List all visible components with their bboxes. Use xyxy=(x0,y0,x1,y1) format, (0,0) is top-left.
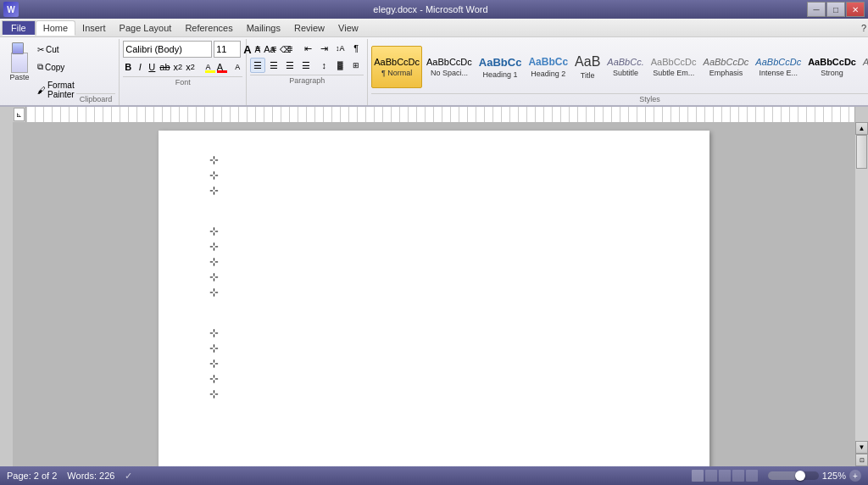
clipboard-options: ✂Cut ⧉Copy 🖌Format Painter xyxy=(32,41,76,103)
font-section: A A Aa ⌫ B I U ab x2 x2 A A xyxy=(120,39,247,105)
doc-line-7: ⊹ xyxy=(209,269,659,284)
ribbon: Paste ✂Cut ⧉Copy 🖌Format Painter Clipboa… xyxy=(0,37,868,107)
borders-button[interactable]: ⊞ xyxy=(348,58,364,73)
outline-button[interactable] xyxy=(732,470,744,482)
text-effects-button[interactable]: A xyxy=(232,59,242,75)
ruler-left-margin xyxy=(0,107,13,122)
page-info: Page: 2 of 2 xyxy=(7,471,57,482)
zoom-level: 125% xyxy=(822,471,846,481)
menu-view[interactable]: View xyxy=(331,21,365,35)
style-quote[interactable]: AaBbCcDc Quote xyxy=(860,46,868,88)
style-strong[interactable]: AaBbCcDc Strong xyxy=(805,46,859,88)
doc-line-13: ⊹ xyxy=(209,386,659,401)
font-name-input[interactable] xyxy=(123,41,212,58)
style-subtitle[interactable]: AaBbCc. Subtitle xyxy=(604,46,646,88)
style-intense-e[interactable]: AaBbCcDc Intense E... xyxy=(753,46,804,88)
doc-line-5: ⊹ xyxy=(209,238,659,254)
style-emphasis[interactable]: AaBbCcDc Emphasis xyxy=(701,46,752,88)
scroll-down-button[interactable]: ▼ xyxy=(855,441,868,454)
menu-insert[interactable]: Insert xyxy=(75,21,113,35)
zoom-thumb[interactable] xyxy=(795,471,805,481)
multilevel-button[interactable]: ≡ xyxy=(282,41,298,56)
doc-line-6: ⊹ xyxy=(209,254,659,269)
justify-button[interactable]: ☰ xyxy=(298,58,314,73)
document-page: ⊹ ⊹ ⊹ ⊹ ⊹ ⊹ ⊹ ⊹ ⊹ xyxy=(159,131,709,466)
full-screen-button[interactable] xyxy=(705,470,717,482)
status-info: Page: 2 of 2 Words: 226 ✓ xyxy=(7,471,132,482)
decrease-indent-button[interactable]: ⇤ xyxy=(300,41,315,56)
italic-button[interactable]: I xyxy=(135,59,145,75)
minimize-button[interactable]: ─ xyxy=(807,2,826,17)
style-heading1[interactable]: AaBbCc Heading 1 xyxy=(476,46,525,88)
document-scroll[interactable]: ⊹ ⊹ ⊹ ⊹ ⊹ ⊹ ⊹ ⊹ ⊹ xyxy=(13,122,855,466)
doc-line-3: ⊹ xyxy=(209,182,659,198)
print-layout-button[interactable] xyxy=(692,470,704,482)
help-icon[interactable]: ? xyxy=(861,23,866,33)
underline-button[interactable]: U xyxy=(147,59,157,75)
menu-file[interactable]: File xyxy=(2,20,36,36)
subscript-button[interactable]: x2 xyxy=(173,59,184,75)
show-marks-button[interactable]: ¶ xyxy=(348,41,364,56)
zoom-in-button[interactable]: + xyxy=(849,470,861,482)
status-controls: 125% + xyxy=(692,470,861,482)
window-controls: ─ □ ✕ xyxy=(807,2,865,17)
menu-review[interactable]: Review xyxy=(287,21,331,35)
align-left-button[interactable]: ☰ xyxy=(250,58,265,73)
line-spacing-button[interactable]: ↕ xyxy=(316,58,331,73)
align-center-button[interactable]: ☰ xyxy=(266,58,281,73)
style-heading2[interactable]: AaBbCc Heading 2 xyxy=(526,46,570,88)
font-section-label: Font xyxy=(123,76,242,86)
ruler-right xyxy=(855,107,868,122)
web-layout-button[interactable] xyxy=(719,470,731,482)
numbering-button[interactable]: ≡ xyxy=(266,41,281,56)
format-painter-button[interactable]: 🖌Format Painter xyxy=(36,80,76,100)
style-no-spacing[interactable]: AaBbCcDc No Spaci... xyxy=(424,46,475,88)
draft-button[interactable] xyxy=(746,470,758,482)
ruler: ⊾ xyxy=(0,107,868,122)
font-color-button[interactable]: A xyxy=(214,59,225,75)
strikethrough-button[interactable]: ab xyxy=(159,59,170,75)
bold-button[interactable]: B xyxy=(123,59,133,75)
style-normal[interactable]: AaBbCcDc ¶ Normal xyxy=(371,46,422,88)
menu-page-layout[interactable]: Page Layout xyxy=(113,21,179,35)
superscript-button[interactable]: x2 xyxy=(185,59,196,75)
scroll-up-button[interactable]: ▲ xyxy=(855,122,868,135)
font-size-input[interactable] xyxy=(214,41,241,58)
spelling-icon[interactable]: ✓ xyxy=(125,471,132,482)
title-bar: W elegy.docx - Microsoft Word ─ □ ✕ xyxy=(0,0,868,19)
status-bar: Page: 2 of 2 Words: 226 ✓ 125% + xyxy=(0,466,868,485)
bullets-button[interactable]: ≡ xyxy=(250,41,265,56)
view-mode-button[interactable]: ⊡ xyxy=(855,454,868,466)
copy-button[interactable]: ⧉Copy xyxy=(36,61,76,73)
menu-home[interactable]: Home xyxy=(36,20,75,36)
doc-line-1: ⊹ xyxy=(209,152,659,167)
left-margin xyxy=(0,122,13,466)
align-right-button[interactable]: ☰ xyxy=(282,58,298,73)
paste-button[interactable]: Paste xyxy=(7,41,32,83)
word-count: Words: 226 xyxy=(67,471,114,482)
ruler-corner: ⊾ xyxy=(13,107,25,122)
close-button[interactable]: ✕ xyxy=(846,2,865,17)
zoom-controls: 125% + xyxy=(768,470,861,482)
shading-button[interactable]: ▓ xyxy=(332,58,348,73)
menu-bar: File Home Insert Page Layout References … xyxy=(0,19,868,37)
document-area: ⊹ ⊹ ⊹ ⊹ ⊹ ⊹ ⊹ ⊹ ⊹ xyxy=(0,122,868,466)
doc-line-9: ⊹ xyxy=(209,325,659,340)
style-title[interactable]: AaB Title xyxy=(572,46,603,88)
text-highlight-button[interactable]: A xyxy=(203,59,213,75)
scroll-thumb[interactable] xyxy=(856,135,867,169)
scroll-track[interactable] xyxy=(855,135,868,441)
cut-button[interactable]: ✂Cut xyxy=(36,44,76,55)
sort-button[interactable]: ↕A xyxy=(332,41,348,56)
zoom-slider[interactable] xyxy=(768,471,819,480)
styles-label: Styles xyxy=(371,93,868,103)
style-subtle-em[interactable]: AaBbCcDc Subtle Em... xyxy=(648,46,699,88)
increase-indent-button[interactable]: ⇥ xyxy=(316,41,331,56)
doc-line-4: ⊹ xyxy=(209,223,659,238)
clipboard-label: Clipboard xyxy=(76,93,116,103)
menu-references[interactable]: References xyxy=(178,21,239,35)
maximize-button[interactable]: □ xyxy=(826,2,845,17)
doc-line-12: ⊹ xyxy=(209,371,659,386)
tab-stop-button[interactable]: ⊾ xyxy=(14,108,25,121)
menu-mailings[interactable]: Mailings xyxy=(240,21,287,35)
